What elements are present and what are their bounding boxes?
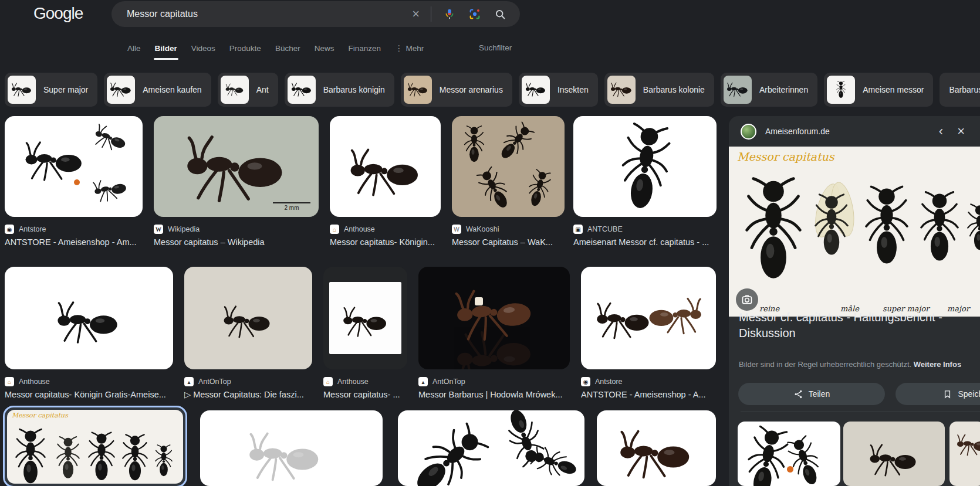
clear-search-icon[interactable]: × (412, 8, 420, 21)
result-card[interactable]: ◉ Antstore ANTSTORE - Ameisenshop - Am..… (5, 116, 143, 247)
related-image[interactable] (738, 422, 840, 486)
result-image[interactable] (597, 410, 716, 486)
result-image[interactable] (184, 267, 312, 369)
result-image[interactable]: 2 mm (154, 116, 319, 217)
search-bar[interactable]: × (111, 1, 520, 27)
result-image[interactable] (573, 116, 717, 217)
related-image[interactable] (843, 422, 945, 486)
result-card[interactable]: ⌂ Anthouse Messor capitatus- Königin Gra… (5, 267, 173, 399)
tab-bilder[interactable]: Bilder (155, 44, 177, 57)
panel-site-name[interactable]: Ameisenforum.de (765, 127, 932, 136)
suchfilter-button[interactable]: Suchfilter (479, 43, 512, 52)
result-card[interactable]: W WaKooshi Messor Capitatus – WaK... (452, 116, 565, 247)
site-favicon: ▣ (573, 225, 583, 234)
site-favicon: ⌂ (330, 225, 339, 234)
google-lens-icon[interactable] (468, 7, 482, 21)
chip-super-major[interactable]: Super major (5, 73, 97, 107)
brood-dot (74, 179, 80, 185)
result-title[interactable]: ANTSTORE - Ameisenshop - Am... (5, 237, 143, 247)
result-source[interactable]: W WaKooshi (452, 225, 565, 234)
result-card[interactable] (597, 410, 716, 486)
result-title[interactable]: Messor capitatus- ... (323, 390, 407, 399)
chip-ameisen-kaufen[interactable]: Ameisen kaufen (104, 73, 211, 107)
result-title[interactable]: ANTSTORE - Ameisenshop - A... (581, 390, 716, 399)
close-icon[interactable]: × (950, 125, 972, 138)
tab-news[interactable]: News (315, 44, 334, 57)
result-card[interactable]: ⌂ Anthouse Messor capitatus- ... (323, 267, 407, 399)
result-title[interactable]: Messor capitatus- Königin Gratis-Ameise.… (5, 390, 173, 399)
share-button[interactable]: Teilen (738, 383, 885, 405)
bookmark-icon (942, 389, 952, 399)
result-image[interactable] (581, 267, 716, 369)
result-source[interactable]: W Wikipedia (154, 225, 319, 234)
tab-mehr[interactable]: ⋮ Mehr (395, 43, 424, 57)
source-name: ANTCUBE (587, 225, 623, 233)
result-card[interactable]: ◉ Antstore ANTSTORE - Ameisenshop - A... (581, 267, 716, 399)
result-title[interactable]: Ameisenart Messor cf. capitatus - ... (573, 237, 717, 247)
tab-produkte[interactable]: Produkte (229, 44, 261, 57)
result-title[interactable]: Messor capitatus – Wikipedia (154, 237, 319, 247)
chip-ameisen-messor[interactable]: Ameisen messor (824, 73, 933, 107)
result-image[interactable] (330, 116, 441, 217)
result-source[interactable]: ◉ Antstore (581, 377, 716, 386)
result-source[interactable]: ▴ AntOnTop (418, 377, 570, 386)
chip-thumbnail (827, 76, 855, 104)
result-card[interactable] (200, 410, 383, 486)
microphone-icon[interactable] (442, 7, 457, 21)
result-source[interactable]: ⌂ Anthouse (5, 377, 173, 386)
chip-label: Messor arenarius (435, 85, 512, 94)
panel-action-buttons: Teilen Speichern (738, 383, 980, 405)
tab-videos[interactable]: Videos (191, 44, 215, 57)
result-card[interactable]: ▴ AntOnTop ▷ Messor Capitatus: Die faszi… (184, 267, 312, 399)
site-favicon: W (452, 225, 461, 234)
save-button[interactable]: Speichern (895, 383, 980, 405)
result-title[interactable]: Messor Barbarus | Hodowla Mrówek... (418, 390, 570, 399)
result-source[interactable]: ◉ Antstore (5, 225, 143, 234)
scale-bar: 2 mm (273, 202, 310, 211)
result-card[interactable]: 2 mm W Wikipedia Messor capitatus – Wiki… (154, 116, 319, 247)
result-image[interactable] (398, 410, 584, 486)
chip-barbarus-kolonie[interactable]: Barbarus kolonie (604, 73, 714, 107)
google-logo[interactable]: Google (33, 4, 83, 23)
result-image[interactable] (323, 267, 407, 369)
result-image[interactable] (452, 116, 565, 217)
related-image[interactable] (949, 422, 980, 486)
chip-barbarus-koenigin[interactable]: Barbarus königin (285, 73, 394, 107)
panel-main-image[interactable]: Messor capitatus reine mâle super major … (729, 147, 980, 317)
result-source[interactable]: ▣ ANTCUBE (573, 225, 717, 234)
chip-thumbnail (724, 76, 752, 104)
tab-alle[interactable]: Alle (127, 44, 141, 57)
chip-barbarus-ameisen[interactable]: Barbarus ameisen (940, 73, 980, 107)
result-card[interactable]: ⌂ Anthouse Messor capitatus- Königin... (330, 116, 441, 247)
selected-image[interactable]: Messor capitatus (7, 410, 183, 484)
result-image[interactable] (200, 410, 383, 486)
result-source[interactable]: ⌂ Anthouse (323, 377, 407, 386)
chip-arbeiterinnen[interactable]: Arbeiterinnen (721, 73, 817, 107)
chip-messor-arenarius[interactable]: Messor arenarius (401, 73, 512, 107)
search-inside-image-lens-button[interactable] (736, 288, 758, 311)
result-source[interactable]: ▴ AntOnTop (184, 377, 312, 386)
result-card[interactable] (398, 410, 584, 486)
result-image[interactable] (418, 267, 570, 369)
tab-buecher[interactable]: Bücher (275, 44, 300, 57)
result-title[interactable]: Messor Capitatus – WaK... (452, 237, 565, 247)
result-card[interactable]: ▴ AntOnTop Messor Barbarus | Hodowla Mró… (418, 267, 570, 399)
result-card-selected[interactable]: Messor capitatus (3, 406, 187, 486)
tab-finanzen[interactable]: Finanzen (348, 44, 381, 57)
chevron-left-icon[interactable]: ‹ (932, 125, 950, 138)
weitere-infos-link[interactable]: Weitere Infos (914, 360, 961, 369)
chip-insekten[interactable]: Insekten (519, 73, 598, 107)
search-icon[interactable] (493, 7, 507, 21)
site-avatar (741, 124, 756, 140)
site-favicon: ▴ (184, 377, 194, 386)
chip-ant[interactable]: Ant (218, 73, 278, 107)
search-input[interactable] (111, 9, 412, 19)
result-image[interactable] (5, 267, 173, 369)
result-card[interactable]: ▣ ANTCUBE Ameisenart Messor cf. capitatu… (573, 116, 717, 247)
panel-result-title[interactable]: Messor cf. capitatus - Haltungsbericht -… (739, 310, 968, 341)
result-title[interactable]: ▷ Messor Capitatus: Die faszi... (184, 390, 312, 399)
result-title[interactable]: Messor capitatus- Königin... (330, 237, 441, 247)
result-source[interactable]: ⌂ Anthouse (330, 225, 441, 234)
result-image[interactable] (5, 116, 143, 217)
more-vert-icon: ⋮ (395, 43, 403, 53)
